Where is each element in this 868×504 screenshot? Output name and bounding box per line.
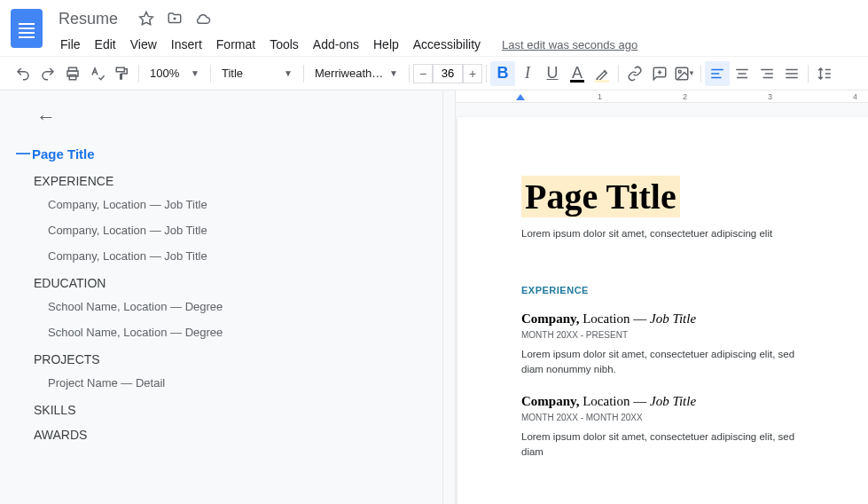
align-right-icon[interactable] [755,61,779,86]
page-title[interactable]: Page Title [521,176,680,217]
body-area: ← — Page Title EXPERIENCECompany, Locati… [0,91,868,504]
align-left-icon[interactable] [705,61,730,86]
job-dates: MONTH 20XX - MONTH 20XX [521,413,868,422]
zoom-select[interactable]: 100%▼ [143,62,207,85]
chevron-down-icon: ▼ [389,68,398,78]
zoom-value: 100% [150,67,179,80]
menu-insert[interactable]: Insert [164,34,209,55]
align-justify-icon[interactable] [779,61,804,86]
align-center-icon[interactable] [730,61,755,86]
job-entry[interactable]: Company, Location — Job TitleMONTH 20XX … [521,394,868,461]
bold-button[interactable]: B [490,61,515,86]
job-body: Lorem ipsum dolor sit amet, consectetuer… [521,429,868,461]
cloud-status-icon[interactable] [194,10,212,28]
chevron-down-icon: ▼ [191,68,199,78]
undo-icon[interactable] [11,61,35,86]
redo-icon[interactable] [35,61,60,86]
svg-marker-0 [140,12,153,25]
outline-active-marker: — [16,146,28,161]
outline-subitem[interactable]: Project Name — Detail [48,370,442,396]
menu-edit[interactable]: Edit [88,34,123,55]
menu-view[interactable]: View [123,34,164,55]
indent-marker-icon[interactable] [516,94,525,100]
job-title-line: Company, Location — Job Title [521,394,868,409]
job-body: Lorem ipsum dolor sit amet, consectetuer… [521,347,868,378]
outline-list: — Page Title EXPERIENCECompany, Location… [0,140,442,445]
print-icon[interactable] [60,61,85,86]
document-title[interactable]: Resume [53,8,123,30]
separator [303,65,304,83]
font-size-decrement[interactable]: − [413,64,433,83]
move-folder-icon[interactable] [166,10,184,28]
highlight-button[interactable] [590,61,614,86]
menu-addons[interactable]: Add-ons [306,34,366,55]
separator [808,65,809,83]
insert-link-icon[interactable] [622,61,647,86]
menu-bar: File Edit View Insert Format Tools Add-o… [53,32,857,57]
outline-collapse-icon[interactable]: ← [34,105,59,130]
add-comment-icon[interactable] [647,61,672,86]
outline-heading[interactable]: AWARDS [34,421,442,445]
outline-sidebar: ← — Page Title EXPERIENCECompany, Locati… [0,91,443,504]
outline-subitem[interactable]: Company, Location — Job Title [48,243,442,269]
outline-item-pagetitle[interactable]: — Page Title [16,140,442,167]
paint-format-icon[interactable] [110,61,135,86]
outline-subitem[interactable]: Company, Location — Job Title [48,192,442,217]
menu-format[interactable]: Format [209,34,262,55]
separator [486,65,487,83]
app-header: Resume File Edit View Insert Format Tool… [0,0,868,57]
font-select[interactable]: Merriweath…▼ [308,62,405,85]
font-size-control: − + [413,64,482,83]
section-header-experience[interactable]: EXPERIENCE [521,285,868,295]
job-entry[interactable]: Company, Location — Job TitleMONTH 20XX … [521,311,868,378]
font-size-increment[interactable]: + [463,64,482,83]
title-row: Resume [53,7,857,30]
ruler-mark: 1 [598,92,602,101]
outline-heading[interactable]: PROJECTS [34,345,442,370]
job-title-line: Company, Location — Job Title [521,311,868,327]
job-dates: MONTH 20XX - PRESENT [521,330,868,340]
separator [138,65,139,83]
page-subtitle[interactable]: Lorem ipsum dolor sit amet, consectetuer… [521,228,868,239]
menu-help[interactable]: Help [366,34,406,55]
font-value: Merriweath… [315,67,383,80]
style-value: Title [222,67,243,80]
ruler-mark: 2 [683,92,687,101]
last-edit-link[interactable]: Last edit was seconds ago [502,38,637,51]
separator [700,65,701,83]
svg-point-6 [678,70,681,73]
outline-subitem[interactable]: School Name, Location — Degree [48,319,442,345]
separator [210,65,211,83]
text-color-button[interactable]: A [565,61,590,86]
separator [409,65,410,83]
menu-file[interactable]: File [53,34,88,55]
outline-heading[interactable]: EXPERIENCE [34,167,442,192]
document-page[interactable]: Page Title Lorem ipsum dolor sit amet, c… [457,117,868,504]
outline-heading[interactable]: SKILLS [34,396,442,421]
italic-button[interactable]: I [515,61,540,86]
chevron-down-icon: ▼ [284,68,293,78]
ruler-mark: 3 [768,92,772,101]
separator [618,65,619,83]
underline-button[interactable]: U [540,61,565,86]
outline-subitem[interactable]: Company, Location — Job Title [48,217,442,243]
insert-image-icon[interactable]: ▼ [672,61,697,86]
toolbar: 100%▼ Title▼ Merriweath…▼ − + B I U A ▼ [0,57,868,91]
outline-subitem[interactable]: School Name, Location — Degree [48,294,442,319]
horizontal-ruler[interactable]: 1 2 3 4 [456,91,868,103]
outline-heading[interactable]: EDUCATION [34,269,442,294]
outline-item-label: Page Title [32,146,95,161]
menu-tools[interactable]: Tools [262,34,306,55]
ruler-mark: 4 [853,92,857,101]
paragraph-style-select[interactable]: Title▼ [215,62,300,85]
line-spacing-icon[interactable] [812,61,837,86]
document-area: 1 2 3 4 Page Title Lorem ipsum dolor sit… [456,91,868,504]
header-main: Resume File Edit View Insert Format Tool… [53,7,857,57]
svg-rect-4 [116,67,124,72]
star-icon[interactable] [137,10,155,28]
menu-accessibility[interactable]: Accessibility [406,34,488,55]
vertical-ruler [443,91,456,504]
docs-logo-icon[interactable] [11,9,43,48]
spellcheck-icon[interactable] [85,61,110,86]
font-size-input[interactable] [433,64,463,83]
